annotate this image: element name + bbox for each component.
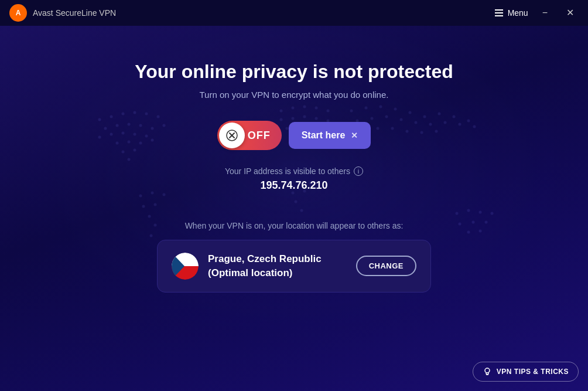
x-icon: [226, 130, 238, 141]
svg-text:A: A: [16, 9, 21, 17]
change-location-button[interactable]: CHANGE: [356, 256, 416, 276]
sub-heading: Turn on your VPN to encrypt what you do …: [200, 90, 389, 100]
content-area: Your online privacy is not protected Tur…: [0, 26, 588, 293]
app-title: Avast SecureLine VPN: [33, 8, 116, 18]
vpn-toggle-button[interactable]: OFF: [217, 121, 282, 150]
close-button[interactable]: ✕: [562, 6, 579, 20]
start-here-button[interactable]: Start here ✕: [289, 122, 371, 149]
titlebar-controls: Menu − ✕: [495, 6, 579, 20]
toggle-knob: [219, 123, 245, 148]
vpn-toggle-area: OFF Start here ✕: [217, 121, 371, 150]
main-heading: Your online privacy is not protected: [135, 61, 453, 83]
vpn-tips-label: VPN TIPS & TRICKS: [497, 368, 569, 376]
location-left: Prague, Czech Republic (Optimal location…: [172, 252, 322, 280]
czech-flag-icon: [172, 253, 199, 280]
ip-label: Your IP address is visible to others i: [225, 166, 363, 176]
titlebar: A Avast SecureLine VPN Menu − ✕: [0, 0, 588, 26]
start-here-close-icon: ✕: [351, 131, 358, 140]
menu-label: Menu: [508, 8, 528, 18]
minimize-button[interactable]: −: [538, 6, 552, 20]
location-card: Prague, Czech Republic (Optimal location…: [157, 240, 431, 293]
location-city-country: Prague, Czech Republic: [208, 253, 322, 264]
avast-logo-icon: A: [9, 4, 27, 22]
info-icon[interactable]: i: [354, 166, 363, 176]
location-label: When your VPN is on, your location will …: [185, 221, 404, 230]
vpn-tips-button[interactable]: VPN TIPS & TRICKS: [473, 362, 579, 382]
start-here-label: Start here: [302, 130, 346, 141]
location-optimal: (Optimal location): [208, 267, 293, 278]
toggle-label: OFF: [248, 130, 271, 142]
location-text: Prague, Czech Republic (Optimal location…: [208, 252, 322, 280]
ip-address: 195.74.76.210: [225, 179, 363, 192]
hamburger-icon: [495, 9, 503, 16]
menu-button[interactable]: Menu: [495, 8, 528, 18]
titlebar-left: A Avast SecureLine VPN: [9, 4, 116, 22]
bulb-icon: [483, 367, 492, 376]
main-content: Your online privacy is not protected Tur…: [0, 26, 588, 391]
ip-info-section: Your IP address is visible to others i 1…: [225, 166, 363, 192]
svg-point-99: [485, 368, 490, 373]
